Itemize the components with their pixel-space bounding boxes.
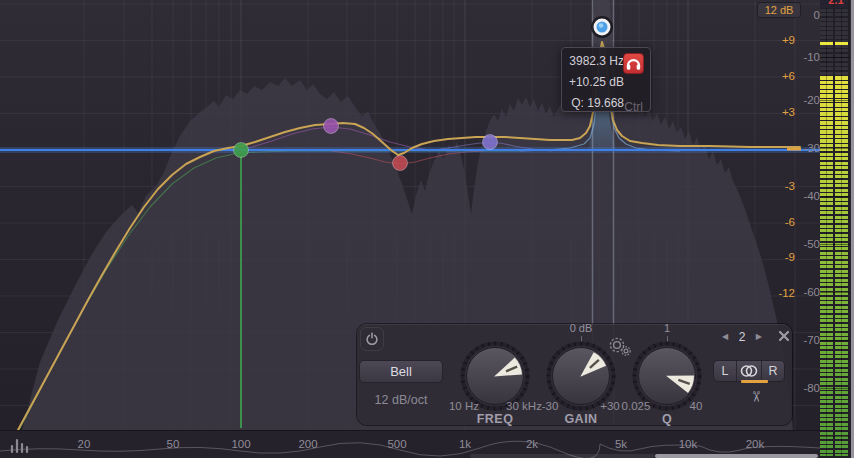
tooltip-q: Q: 19.668 xyxy=(566,96,624,110)
frequency-axis: 20 50 100 200 500 1k 2k 5k 10k 20k xyxy=(0,430,820,458)
q-value-label: 1 xyxy=(617,322,717,334)
freq-axis-label: 20 xyxy=(78,438,91,450)
band-slate-dot[interactable] xyxy=(483,135,498,150)
eq-scale-label: +3 xyxy=(757,106,795,118)
close-icon xyxy=(776,328,792,344)
q-max-label: 40 xyxy=(671,400,721,412)
freq-axis-label: 50 xyxy=(167,438,180,450)
q-knob-group: 1 0.025 40 Q xyxy=(617,324,717,425)
freq-axis-label: 20k xyxy=(746,438,765,450)
band-enable-button[interactable] xyxy=(360,327,384,351)
q-min-label: 0.025 xyxy=(613,400,659,412)
freq-axis-label: 2k xyxy=(526,438,538,450)
band-purple-dot[interactable] xyxy=(324,119,339,134)
eq-scale-label: +9 xyxy=(757,34,795,46)
selected-channel-underline xyxy=(741,380,768,383)
eq-scale-label: +6 xyxy=(757,70,795,82)
channel-left-button[interactable]: L xyxy=(714,361,736,381)
band-control-panel: Bell 12 dB/oct 10 Hz 30 kHz FREQ 0 dB xyxy=(357,324,792,425)
gain-value-label: 0 dB xyxy=(531,322,631,334)
freq-axis-label: 1k xyxy=(459,438,471,450)
meter-scale-label: -20 xyxy=(782,94,820,106)
meter-scale-label: -50 xyxy=(782,238,820,250)
eq-plugin-window: +9 +6 +3 -3 -6 -9 -12 0 -10 -20 -30 -40 … xyxy=(0,0,854,458)
prev-band-arrow[interactable]: ◀ xyxy=(722,331,728,343)
peak-hold-left xyxy=(820,42,833,45)
band-green-dot[interactable] xyxy=(234,143,249,158)
analyzer-icon[interactable] xyxy=(8,436,34,454)
channel-stereo-button[interactable] xyxy=(736,361,761,381)
scissors-icon[interactable]: ✂ xyxy=(747,388,765,406)
channel-right-button[interactable]: R xyxy=(761,361,784,381)
output-level-meter xyxy=(820,0,850,458)
channel-selector: L R xyxy=(713,360,785,382)
meter-scale-label: -30 xyxy=(782,142,820,154)
power-icon xyxy=(365,332,379,346)
eq-scale-label: -6 xyxy=(757,216,795,228)
clip-readout[interactable]: 2.1 xyxy=(822,0,850,6)
next-band-arrow[interactable]: ▶ xyxy=(756,331,762,343)
band-page-number: 2 xyxy=(739,331,746,343)
tooltip-frequency: 3982.3 Hz xyxy=(566,54,624,68)
close-panel-button[interactable] xyxy=(776,328,792,344)
freq-axis-label: 200 xyxy=(298,438,317,450)
gain-min-label: -30 xyxy=(527,400,573,412)
peak-hold-right xyxy=(835,42,848,45)
headphones-icon xyxy=(624,54,643,73)
tooltip-gain: +10.25 dB xyxy=(566,75,624,89)
filter-slope-label[interactable]: 12 dB/oct xyxy=(359,393,443,407)
band-pager: ◀ 2 ▶ xyxy=(722,331,762,343)
band-red-dot[interactable] xyxy=(393,156,408,171)
eq-scale-label: -9 xyxy=(757,251,795,263)
db-range-button[interactable]: 12 dB xyxy=(757,2,801,18)
tooltip-modifier-hint: Ctrl xyxy=(624,100,643,114)
freq-min-label: 10 Hz xyxy=(441,400,487,412)
meter-scale-label: -10 xyxy=(782,51,820,63)
filter-shape-dropdown[interactable]: Bell xyxy=(359,360,443,383)
freq-knob-label: FREQ xyxy=(445,412,545,426)
meter-scale-label: -40 xyxy=(782,190,820,202)
scroll-track-segment[interactable] xyxy=(470,454,655,458)
freq-axis-label: 500 xyxy=(387,438,406,450)
freq-axis-label: 100 xyxy=(231,438,250,450)
scrollbar-thumb[interactable] xyxy=(655,454,818,458)
selected-band-handle[interactable] xyxy=(591,16,613,38)
gain-knob-label: GAIN xyxy=(531,412,631,426)
q-knob-label: Q xyxy=(617,412,717,426)
solo-headphones-button[interactable] xyxy=(623,53,644,74)
stereo-icon xyxy=(737,363,761,379)
freq-axis-label: 10k xyxy=(679,438,698,450)
meter-scale-label: -60 xyxy=(782,286,820,298)
freq-axis-label: 5k xyxy=(615,438,627,450)
band-tooltip: 3982.3 Hz +10.25 dB Q: 19.668 Ctrl xyxy=(561,47,651,112)
